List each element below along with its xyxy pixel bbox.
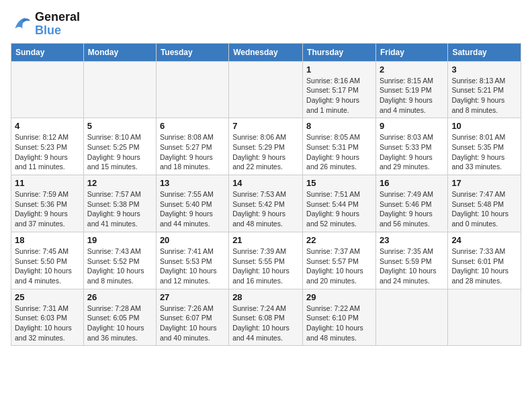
calendar-cell: 21Sunrise: 7:39 AM Sunset: 5:55 PM Dayli… [229,232,303,289]
day-info: Sunrise: 7:43 AM Sunset: 5:52 PM Dayligh… [87,246,152,286]
week-row-1: 1Sunrise: 8:16 AM Sunset: 5:17 PM Daylig… [11,61,521,118]
calendar-cell [375,289,447,346]
column-header-saturday: Saturday [448,43,521,61]
day-info: Sunrise: 7:28 AM Sunset: 6:05 PM Dayligh… [87,304,152,343]
day-number: 3 [451,64,517,75]
calendar-cell: 25Sunrise: 7:31 AM Sunset: 6:03 PM Dayli… [11,289,84,346]
day-info: Sunrise: 7:37 AM Sunset: 5:57 PM Dayligh… [306,246,372,286]
page-header: General Blue [11,11,521,38]
calendar-cell: 3Sunrise: 8:13 AM Sunset: 5:21 PM Daylig… [448,61,521,118]
day-info: Sunrise: 7:33 AM Sunset: 6:01 PM Dayligh… [451,246,517,286]
calendar-cell: 1Sunrise: 8:16 AM Sunset: 5:17 PM Daylig… [303,61,376,118]
calendar-cell: 15Sunrise: 7:51 AM Sunset: 5:44 PM Dayli… [303,175,376,232]
day-number: 14 [232,178,299,188]
calendar-cell: 18Sunrise: 7:45 AM Sunset: 5:50 PM Dayli… [11,232,84,289]
week-row-4: 18Sunrise: 7:45 AM Sunset: 5:50 PM Dayli… [11,232,521,289]
logo: General Blue [11,11,80,38]
day-info: Sunrise: 7:57 AM Sunset: 5:38 PM Dayligh… [87,189,152,229]
day-number: 18 [15,235,80,245]
calendar-cell: 19Sunrise: 7:43 AM Sunset: 5:52 PM Dayli… [83,232,156,289]
calendar-cell: 13Sunrise: 7:55 AM Sunset: 5:40 PM Dayli… [156,175,228,232]
calendar-cell: 6Sunrise: 8:08 AM Sunset: 5:27 PM Daylig… [156,118,228,175]
day-number: 16 [380,178,444,188]
calendar-cell: 20Sunrise: 7:41 AM Sunset: 5:53 PM Dayli… [156,232,228,289]
calendar-cell [83,61,156,118]
day-info: Sunrise: 7:51 AM Sunset: 5:44 PM Dayligh… [306,189,372,229]
calendar-cell: 22Sunrise: 7:37 AM Sunset: 5:57 PM Dayli… [303,232,376,289]
day-info: Sunrise: 7:41 AM Sunset: 5:53 PM Dayligh… [160,246,225,286]
calendar-cell: 4Sunrise: 8:12 AM Sunset: 5:23 PM Daylig… [11,118,84,175]
day-number: 25 [15,292,80,302]
week-row-5: 25Sunrise: 7:31 AM Sunset: 6:03 PM Dayli… [11,289,521,346]
calendar-cell: 9Sunrise: 8:03 AM Sunset: 5:33 PM Daylig… [375,118,447,175]
calendar-cell [229,61,303,118]
day-info: Sunrise: 8:15 AM Sunset: 5:19 PM Dayligh… [380,76,444,116]
day-info: Sunrise: 7:35 AM Sunset: 5:59 PM Dayligh… [380,246,444,286]
day-info: Sunrise: 7:26 AM Sunset: 6:07 PM Dayligh… [160,304,225,343]
day-info: Sunrise: 7:31 AM Sunset: 6:03 PM Dayligh… [15,304,80,343]
day-number: 12 [87,178,152,188]
calendar-cell [448,289,521,346]
week-row-2: 4Sunrise: 8:12 AM Sunset: 5:23 PM Daylig… [11,118,521,175]
day-number: 28 [232,292,299,302]
calendar-cell: 29Sunrise: 7:22 AM Sunset: 6:10 PM Dayli… [303,289,376,346]
calendar-table: SundayMondayTuesdayWednesdayThursdayFrid… [11,43,521,347]
day-info: Sunrise: 7:53 AM Sunset: 5:42 PM Dayligh… [232,189,299,229]
calendar-cell: 16Sunrise: 7:49 AM Sunset: 5:46 PM Dayli… [375,175,447,232]
day-info: Sunrise: 7:22 AM Sunset: 6:10 PM Dayligh… [306,304,372,343]
day-number: 17 [451,178,517,188]
calendar-cell: 27Sunrise: 7:26 AM Sunset: 6:07 PM Dayli… [156,289,228,346]
day-info: Sunrise: 8:12 AM Sunset: 5:23 PM Dayligh… [15,132,80,172]
column-header-sunday: Sunday [11,43,84,61]
day-info: Sunrise: 8:10 AM Sunset: 5:25 PM Dayligh… [87,132,152,172]
calendar-header-row: SundayMondayTuesdayWednesdayThursdayFrid… [11,43,521,61]
calendar-cell: 8Sunrise: 8:05 AM Sunset: 5:31 PM Daylig… [303,118,376,175]
calendar-body: 1Sunrise: 8:16 AM Sunset: 5:17 PM Daylig… [11,61,521,346]
day-number: 7 [232,121,299,131]
calendar-cell: 10Sunrise: 8:01 AM Sunset: 5:35 PM Dayli… [448,118,521,175]
day-number: 1 [306,64,372,75]
calendar-cell [156,61,228,118]
column-header-thursday: Thursday [303,43,376,61]
day-number: 8 [306,121,372,131]
calendar-cell: 7Sunrise: 8:06 AM Sunset: 5:29 PM Daylig… [229,118,303,175]
day-number: 2 [380,64,444,75]
day-number: 11 [15,178,80,188]
calendar-cell: 12Sunrise: 7:57 AM Sunset: 5:38 PM Dayli… [83,175,156,232]
day-number: 13 [160,178,225,188]
day-info: Sunrise: 7:47 AM Sunset: 5:48 PM Dayligh… [451,189,517,229]
column-header-friday: Friday [375,43,447,61]
day-number: 9 [380,121,444,131]
calendar-cell: 2Sunrise: 8:15 AM Sunset: 5:19 PM Daylig… [375,61,447,118]
day-number: 20 [160,235,225,245]
day-info: Sunrise: 8:16 AM Sunset: 5:17 PM Dayligh… [306,76,372,116]
day-number: 19 [87,235,152,245]
column-header-wednesday: Wednesday [229,43,303,61]
day-number: 23 [380,235,444,245]
day-number: 29 [306,292,372,302]
day-number: 6 [160,121,225,131]
day-info: Sunrise: 7:45 AM Sunset: 5:50 PM Dayligh… [15,246,80,286]
calendar-cell: 23Sunrise: 7:35 AM Sunset: 5:59 PM Dayli… [375,232,447,289]
day-info: Sunrise: 7:49 AM Sunset: 5:46 PM Dayligh… [380,189,444,229]
day-number: 22 [306,235,372,245]
day-info: Sunrise: 7:55 AM Sunset: 5:40 PM Dayligh… [160,189,225,229]
column-header-tuesday: Tuesday [156,43,228,61]
day-number: 4 [15,121,80,131]
calendar-cell [11,61,84,118]
calendar-cell: 28Sunrise: 7:24 AM Sunset: 6:08 PM Dayli… [229,289,303,346]
day-info: Sunrise: 8:08 AM Sunset: 5:27 PM Dayligh… [160,132,225,172]
day-info: Sunrise: 7:59 AM Sunset: 5:36 PM Dayligh… [15,189,80,229]
calendar-cell: 14Sunrise: 7:53 AM Sunset: 5:42 PM Dayli… [229,175,303,232]
day-number: 26 [87,292,152,302]
day-number: 24 [451,235,517,245]
day-info: Sunrise: 7:39 AM Sunset: 5:55 PM Dayligh… [232,246,299,286]
column-header-monday: Monday [83,43,156,61]
logo-icon [11,13,32,35]
calendar-cell: 26Sunrise: 7:28 AM Sunset: 6:05 PM Dayli… [83,289,156,346]
week-row-3: 11Sunrise: 7:59 AM Sunset: 5:36 PM Dayli… [11,175,521,232]
calendar-cell: 24Sunrise: 7:33 AM Sunset: 6:01 PM Dayli… [448,232,521,289]
day-number: 15 [306,178,372,188]
day-info: Sunrise: 8:01 AM Sunset: 5:35 PM Dayligh… [451,132,517,172]
logo-text: General Blue [35,11,80,38]
